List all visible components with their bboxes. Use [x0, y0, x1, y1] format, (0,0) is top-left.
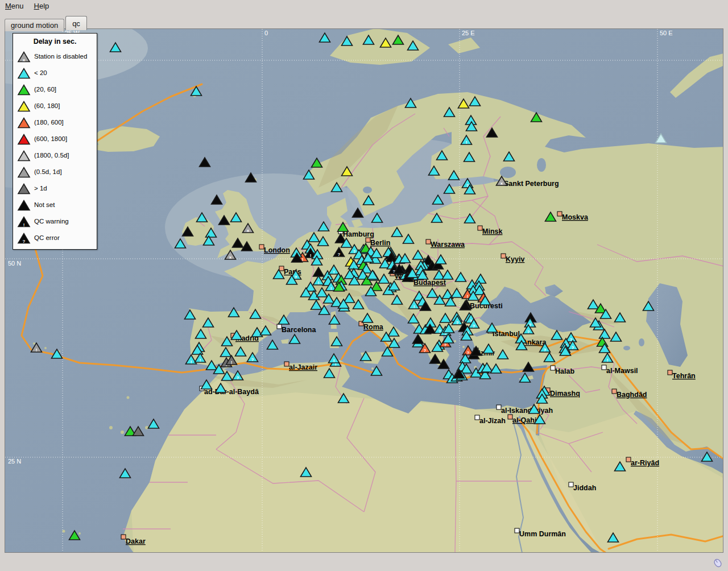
svg-text:x: x [23, 57, 26, 62]
station-marker[interactable] [18, 101, 30, 111]
city-label: Dimashq [550, 390, 580, 398]
legend-item-label: < 20 [31, 69, 47, 76]
legend-item: xStation is disabled [13, 48, 97, 64]
svg-text:?: ? [439, 329, 441, 334]
graticule-label: 25 N [8, 458, 21, 465]
legend-item: (1800, 0.5d] [13, 147, 97, 163]
legend-triangle-icon: x [17, 50, 31, 63]
legend-item-label: (600, 1800] [31, 135, 67, 142]
svg-text:?: ? [251, 357, 254, 362]
city-square [557, 212, 562, 216]
legend-item: (0.5d, 1d] [13, 163, 97, 180]
svg-text:!: ! [191, 359, 192, 365]
city-square [478, 226, 482, 230]
svg-text:!: ! [23, 222, 25, 227]
city-square [551, 366, 555, 370]
city-label: al-Jazair [289, 363, 317, 371]
legend-item: (600, 1800] [13, 130, 97, 147]
svg-text:x: x [247, 228, 250, 233]
svg-text:!: ! [310, 253, 312, 258]
svg-text:!: ! [333, 358, 335, 363]
city-square [668, 370, 672, 375]
graticule-label: 50 E [660, 30, 673, 36]
city-square [602, 365, 606, 370]
svg-text:?: ? [456, 320, 459, 325]
city-label: al-Mawsil [606, 367, 638, 375]
station-marker[interactable] [18, 151, 30, 160]
station-marker[interactable] [18, 85, 30, 94]
legend-item-label: > 1d [31, 185, 47, 192]
legend-item: ?QC error [13, 229, 97, 246]
legend-title: Delay in sec. [13, 36, 97, 48]
city-label: al-Iskandarîyah [501, 407, 553, 415]
city-square [426, 239, 431, 244]
map-legend: Delay in sec. xStation is disabled< 20(2… [13, 33, 97, 250]
city-label: Berlin [370, 239, 390, 247]
svg-text:!: ! [413, 304, 415, 309]
map-frame: 25 W025 E50 E50 N25 N LondonParisHamburg… [5, 28, 723, 553]
city-label: Kyyiv [506, 255, 524, 263]
city-label: al-Jîzah [479, 417, 506, 425]
svg-text:x: x [500, 181, 503, 186]
legend-item: < 20 [13, 64, 97, 81]
tab-qc[interactable]: qc [65, 16, 87, 30]
legend-triangle-icon [17, 83, 31, 96]
city-square [501, 254, 506, 258]
legend-item: > 1d [13, 180, 97, 196]
legend-triangle-icon: ! [17, 215, 31, 227]
menu-bar: MenuHelp [0, 0, 728, 13]
tab-bar: ground motionqc [5, 16, 88, 29]
svg-text:?: ? [572, 345, 574, 350]
city-square [612, 389, 617, 394]
legend-item-label: (180, 600] [31, 119, 64, 126]
station-marker[interactable] [18, 200, 30, 210]
graticule-label: 25 E [462, 30, 475, 36]
svg-text:!: ! [330, 286, 332, 291]
station-marker[interactable] [18, 184, 30, 193]
svg-text:!: ! [466, 140, 468, 145]
legend-triangle-icon [17, 100, 31, 112]
base-map [5, 29, 723, 552]
svg-text:!: ! [36, 347, 38, 353]
legend-item-label: Not set [31, 201, 55, 208]
city-label: Warszawa [431, 241, 465, 249]
city-square [121, 535, 126, 539]
station-marker[interactable] [18, 68, 30, 78]
station-marker[interactable] [18, 118, 30, 127]
legend-triangle-icon [17, 67, 31, 79]
city-label: Baghdâd [617, 391, 647, 399]
svg-text:!: ! [467, 294, 469, 299]
main-window: MenuHelp ground motionqc [0, 0, 728, 571]
station-marker[interactable] [18, 134, 30, 144]
svg-text:?: ? [237, 375, 239, 380]
svg-text:?: ? [467, 350, 470, 355]
city-square [626, 457, 631, 462]
legend-triangle-icon [17, 133, 31, 145]
city-square [497, 405, 501, 409]
legend-triangle-icon [17, 149, 31, 162]
svg-text:!: ! [607, 358, 609, 363]
legend-item: Not set [13, 196, 97, 213]
svg-text:!: ! [333, 270, 335, 275]
city-label: London [264, 246, 290, 254]
legend-triangle-icon [17, 116, 31, 129]
graticule-label: 50 N [8, 260, 21, 267]
legend-triangle-icon [17, 182, 31, 195]
menu-help[interactable]: Help [29, 0, 55, 11]
graticule-label: 0 [264, 30, 268, 36]
city-square [508, 415, 512, 419]
city-label: Tehrân [672, 372, 696, 380]
city-label: Minsk [482, 227, 502, 235]
city-square [259, 245, 264, 249]
city-square [284, 362, 289, 366]
legend-item-label: (1800, 0.5d] [31, 152, 69, 159]
svg-text:?: ? [23, 238, 26, 243]
svg-text:!: ! [318, 280, 320, 286]
status-bar [0, 553, 728, 571]
menu-menu[interactable]: Menu [0, 0, 29, 11]
map-canvas[interactable]: 25 W025 E50 E50 N25 N LondonParisHamburg… [5, 29, 723, 552]
city-square [366, 238, 370, 242]
station-marker[interactable] [18, 167, 30, 177]
tab-ground-motion[interactable]: ground motion [5, 19, 64, 31]
city-label: Jiddah [573, 484, 596, 492]
